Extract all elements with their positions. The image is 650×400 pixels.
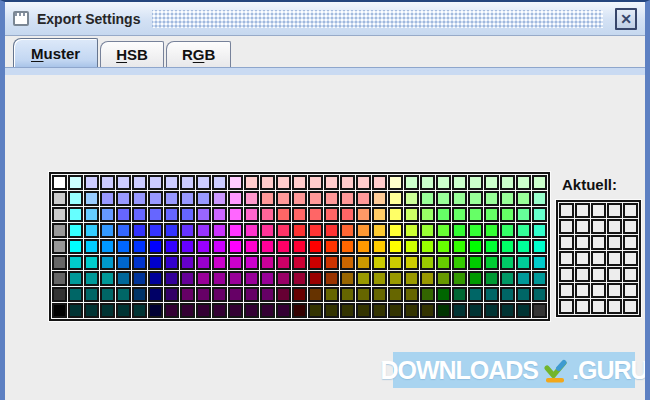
swatch-cell[interactable] [52, 239, 67, 254]
swatch-cell[interactable] [84, 191, 99, 206]
swatch-cell[interactable] [532, 255, 547, 270]
swatch-cell[interactable] [468, 255, 483, 270]
swatch-cell[interactable] [484, 175, 499, 190]
swatch-cell[interactable] [452, 255, 467, 270]
swatch-cell[interactable] [116, 303, 131, 318]
swatch-cell[interactable] [404, 239, 419, 254]
swatch-cell[interactable] [292, 287, 307, 302]
swatch-cell[interactable] [420, 175, 435, 190]
swatch-cell[interactable] [100, 303, 115, 318]
swatch-cell[interactable] [324, 287, 339, 302]
swatch-cell[interactable] [484, 239, 499, 254]
swatch-cell[interactable] [132, 303, 147, 318]
swatch-cell[interactable] [340, 303, 355, 318]
titlebar[interactable]: Export Settings ✕ [5, 2, 645, 36]
recent-swatch-cell[interactable] [575, 219, 590, 234]
swatch-cell[interactable] [308, 287, 323, 302]
swatch-cell[interactable] [276, 191, 291, 206]
tab-rgb[interactable]: RGB [166, 41, 231, 67]
swatch-cell[interactable] [388, 271, 403, 286]
swatch-cell[interactable] [212, 303, 227, 318]
swatch-cell[interactable] [420, 287, 435, 302]
swatch-cell[interactable] [532, 223, 547, 238]
swatch-cell[interactable] [180, 223, 195, 238]
swatch-cell[interactable] [260, 255, 275, 270]
swatch-cell[interactable] [276, 287, 291, 302]
swatch-cell[interactable] [468, 239, 483, 254]
swatch-cell[interactable] [372, 255, 387, 270]
swatch-cell[interactable] [84, 255, 99, 270]
swatch-cell[interactable] [340, 207, 355, 222]
swatch-cell[interactable] [196, 175, 211, 190]
swatch-cell[interactable] [484, 287, 499, 302]
swatch-cell[interactable] [372, 223, 387, 238]
swatch-cell[interactable] [292, 223, 307, 238]
swatch-cell[interactable] [516, 255, 531, 270]
swatch-cell[interactable] [260, 287, 275, 302]
swatch-cell[interactable] [532, 287, 547, 302]
recent-swatch-cell[interactable] [607, 219, 622, 234]
swatch-cell[interactable] [196, 287, 211, 302]
swatch-cell[interactable] [164, 175, 179, 190]
swatch-cell[interactable] [228, 191, 243, 206]
swatch-cell[interactable] [212, 239, 227, 254]
swatch-cell[interactable] [68, 239, 83, 254]
swatch-cell[interactable] [68, 255, 83, 270]
swatch-cell[interactable] [468, 287, 483, 302]
swatch-cell[interactable] [484, 271, 499, 286]
swatch-cell[interactable] [116, 191, 131, 206]
swatch-cell[interactable] [436, 287, 451, 302]
swatch-cell[interactable] [452, 287, 467, 302]
swatch-cell[interactable] [500, 223, 515, 238]
swatch-cell[interactable] [244, 287, 259, 302]
swatch-cell[interactable] [100, 271, 115, 286]
swatch-cell[interactable] [356, 175, 371, 190]
swatch-cell[interactable] [116, 271, 131, 286]
swatch-cell[interactable] [388, 223, 403, 238]
swatch-cell[interactable] [436, 303, 451, 318]
swatch-cell[interactable] [436, 255, 451, 270]
swatch-cell[interactable] [148, 255, 163, 270]
swatch-cell[interactable] [52, 255, 67, 270]
swatch-cell[interactable] [436, 223, 451, 238]
swatch-cell[interactable] [164, 207, 179, 222]
swatch-cell[interactable] [532, 303, 547, 318]
swatch-cell[interactable] [324, 271, 339, 286]
swatch-cell[interactable] [180, 271, 195, 286]
swatch-cell[interactable] [308, 239, 323, 254]
swatch-cell[interactable] [324, 223, 339, 238]
swatch-cell[interactable] [244, 191, 259, 206]
swatch-cell[interactable] [516, 223, 531, 238]
swatch-cell[interactable] [356, 239, 371, 254]
swatch-cell[interactable] [452, 207, 467, 222]
swatch-cell[interactable] [228, 287, 243, 302]
swatch-cell[interactable] [148, 175, 163, 190]
swatch-cell[interactable] [84, 287, 99, 302]
swatch-cell[interactable] [212, 271, 227, 286]
swatch-cell[interactable] [324, 207, 339, 222]
swatch-cell[interactable] [436, 175, 451, 190]
swatch-cell[interactable] [100, 223, 115, 238]
swatch-cell[interactable] [52, 271, 67, 286]
swatch-cell[interactable] [148, 239, 163, 254]
swatch-cell[interactable] [404, 207, 419, 222]
recent-swatch-cell[interactable] [575, 283, 590, 298]
swatch-cell[interactable] [292, 255, 307, 270]
swatch-cell[interactable] [148, 303, 163, 318]
swatch-cell[interactable] [436, 271, 451, 286]
swatch-cell[interactable] [276, 175, 291, 190]
recent-swatch-cell[interactable] [607, 235, 622, 250]
swatch-cell[interactable] [196, 255, 211, 270]
swatch-cell[interactable] [292, 303, 307, 318]
swatch-cell[interactable] [452, 223, 467, 238]
swatch-cell[interactable] [500, 191, 515, 206]
swatch-cell[interactable] [420, 223, 435, 238]
recent-swatch-cell[interactable] [559, 235, 574, 250]
swatch-cell[interactable] [68, 175, 83, 190]
swatch-cell[interactable] [468, 191, 483, 206]
swatch-cell[interactable] [324, 255, 339, 270]
swatch-cell[interactable] [356, 303, 371, 318]
swatch-cell[interactable] [372, 303, 387, 318]
recent-swatch-cell[interactable] [591, 251, 606, 266]
swatch-cell[interactable] [148, 271, 163, 286]
